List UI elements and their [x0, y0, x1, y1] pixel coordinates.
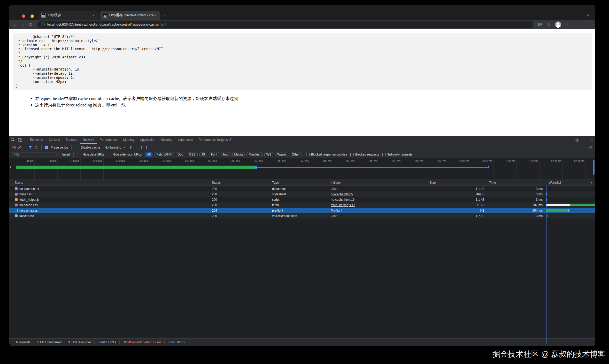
filter-pill-doc[interactable]: Doc — [176, 152, 185, 157]
throttling-select[interactable]: No throttling — [105, 146, 121, 149]
site-info-icon[interactable]: i — [41, 22, 45, 26]
clear-network-log-icon[interactable] — [18, 146, 21, 149]
browser-menu-icon[interactable]: ⋮ — [566, 22, 570, 27]
filter-pill-img[interactable]: Img — [221, 152, 230, 157]
devtools-tab-performance[interactable]: Performance — [97, 136, 120, 144]
column-divider[interactable] — [210, 180, 210, 344]
filter-pill-css[interactable]: CSS — [187, 152, 198, 157]
filter-pill-all[interactable]: All — [145, 152, 152, 157]
hide-extension-urls-label: Hide extension URLs — [113, 153, 142, 156]
record-network-log-icon[interactable] — [12, 146, 16, 149]
close-window-button[interactable] — [22, 14, 25, 18]
new-tab-button[interactable]: + — [164, 12, 167, 18]
preserve-log-checkbox[interactable]: ✓ — [45, 146, 48, 149]
column-divider[interactable] — [270, 180, 270, 344]
request-name: base.css — [19, 192, 32, 196]
network-overview-timeline[interactable]: 50 ms100 ms150 ms200 ms250 ms300 ms350 m… — [9, 158, 595, 180]
table-row[interactable]: favicon.ico200vnd.microsoft.iconOther1.7… — [9, 213, 595, 219]
filter-pill-media[interactable]: Media — [232, 152, 245, 157]
initiator-link[interactable]: fetch_helper.js:17 — [331, 203, 355, 207]
translate-icon[interactable]: 文A — [537, 22, 542, 27]
hide-data-urls-checkbox[interactable]: ✓ — [77, 153, 80, 156]
devtools-tab-network[interactable]: Network — [80, 136, 97, 144]
devtools-close-icon[interactable]: × — [590, 138, 593, 142]
devtools-tab-memory[interactable]: Memory — [120, 136, 137, 144]
import-har-icon[interactable]: ↥ — [140, 145, 143, 150]
back-button[interactable]: ← — [11, 22, 19, 27]
initiator-link[interactable]: no-cache.html:5 — [331, 192, 353, 196]
filter-checkbox[interactable]: ✓ — [382, 153, 386, 156]
filter-pill-fetch-xhr[interactable]: Fetch/XHR — [155, 152, 174, 157]
profile-avatar[interactable] — [555, 21, 561, 28]
forward-button[interactable]: → — [19, 22, 27, 27]
filter-funnel-icon[interactable] — [28, 146, 32, 149]
browser-tab-http-cache[interactable]: WS Http缓存 × — [39, 11, 98, 20]
flask-icon — [229, 138, 232, 141]
table-row[interactable]: no-cache.css204preflightPreflight0 B504 … — [9, 208, 595, 213]
filter-pill-js[interactable]: JS — [199, 152, 207, 157]
request-name: fetch_helper.js — [19, 198, 39, 202]
table-row[interactable]: fetch_helper.js200scriptno-cache.html:19… — [9, 197, 595, 202]
column-header-size[interactable]: Size — [428, 180, 487, 185]
devtools-menu-icon[interactable]: ⋮ — [583, 138, 586, 142]
sort-arrow-icon[interactable]: ▲ — [590, 181, 593, 184]
column-header-name[interactable]: Name — [9, 180, 210, 185]
devtools-tab-performance-insights[interactable]: Performance insights — [196, 136, 235, 144]
tab-close-icon[interactable]: × — [92, 13, 96, 18]
devtools-tab-label: Network — [83, 138, 94, 142]
initiator-link[interactable]: no-cache.html:19 — [331, 198, 354, 202]
device-toolbar-icon[interactable] — [17, 138, 24, 142]
devtools-tab-sources[interactable]: Sources — [63, 136, 80, 144]
hide-data-urls-label: Hide data URLs — [83, 153, 105, 156]
inspect-element-icon[interactable] — [9, 138, 17, 142]
tab-close-icon[interactable]: × — [154, 13, 158, 18]
column-divider[interactable] — [329, 180, 329, 344]
table-row[interactable]: no-cache.html200documentOther1.1 kB3 ms — [9, 186, 595, 191]
timeline-tick-label: 700 ms — [323, 159, 333, 162]
devtools-tab-security[interactable]: Security — [158, 136, 175, 144]
filter-pill-font[interactable]: Font — [209, 152, 219, 157]
filter-checkbox[interactable]: ✓ — [306, 153, 310, 156]
devtools-settings-gear-icon[interactable] — [575, 138, 579, 142]
minimize-window-button[interactable] — [30, 14, 34, 18]
hide-extension-urls-checkbox[interactable]: ✓ — [107, 153, 110, 156]
filter-pill-manifest[interactable]: Manifest — [246, 152, 262, 157]
devtools-tab-lighthouse[interactable]: Lighthouse — [175, 136, 196, 144]
column-divider[interactable] — [428, 180, 428, 344]
column-header-initiator[interactable]: Initiator — [329, 180, 428, 185]
invert-checkbox[interactable]: ✓ — [57, 153, 60, 156]
column-divider[interactable] — [487, 180, 487, 344]
filter-checkbox[interactable]: ✓ — [350, 153, 354, 156]
table-row[interactable]: base.css200stylesheetno-cache.html:5464 … — [9, 191, 595, 197]
devtools-tab-console[interactable]: Console — [46, 136, 63, 144]
disable-cache-checkbox[interactable]: ✓ — [75, 146, 78, 149]
cell-status: 200 — [210, 213, 270, 219]
devtools-tab-application[interactable]: Application — [137, 136, 158, 144]
timeline-gridline — [333, 158, 333, 180]
column-header-status[interactable]: Status — [210, 180, 270, 185]
overview-right-handle[interactable] — [593, 160, 595, 175]
overview-left-handle[interactable] — [10, 166, 11, 168]
table-row[interactable]: no-cache.css200fetchfetch_helper.js:1771… — [9, 202, 595, 208]
column-header-waterfall[interactable]: Waterfall▲ — [546, 180, 595, 185]
cell-name: no-cache.css — [9, 202, 210, 208]
filter-pill-ws[interactable]: WS — [264, 152, 273, 157]
bookmark-star-icon[interactable]: ☆ — [547, 22, 550, 27]
column-header-time[interactable]: Time — [487, 180, 546, 185]
column-header-type[interactable]: Type — [270, 180, 329, 185]
tab-search-chevron-icon[interactable]: ∨ — [585, 12, 591, 19]
filter-pill-other[interactable]: Other — [290, 152, 302, 157]
devtools-tab-elements[interactable]: Elements — [27, 136, 46, 144]
filter-input[interactable] — [12, 152, 54, 157]
search-icon[interactable] — [34, 146, 38, 149]
column-divider[interactable] — [546, 180, 546, 344]
reload-button[interactable]: ↻ — [27, 22, 35, 27]
network-conditions-icon[interactable] — [129, 146, 133, 149]
timeline-gridline — [287, 158, 287, 180]
export-har-icon[interactable]: ↧ — [145, 145, 148, 150]
network-settings-gear-icon[interactable] — [588, 146, 592, 150]
preflight-file-icon — [15, 209, 18, 212]
browser-tab-cache-control[interactable]: WS Http缓存 Cache-Control - Re × — [100, 11, 160, 20]
filter-pill-wasm[interactable]: Wasm — [275, 152, 288, 157]
address-bar[interactable]: i localhost:63342/client-cache/client/ca… — [37, 21, 533, 28]
